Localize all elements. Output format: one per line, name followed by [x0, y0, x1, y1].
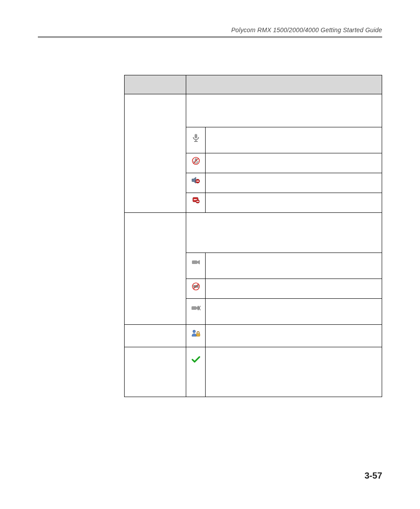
svg-rect-12 — [196, 201, 199, 202]
video-field-cell — [125, 213, 186, 325]
audio-intro-cell — [186, 94, 382, 127]
audio-field-cell — [125, 94, 186, 213]
microphone-icon — [192, 134, 199, 142]
table-header-row — [125, 75, 382, 94]
microphone-muted-icon — [192, 157, 200, 165]
page-number: 3-57 — [365, 471, 382, 481]
speaker-blocked-icon — [192, 177, 200, 184]
header-description — [186, 75, 382, 94]
video-intro-row — [125, 213, 382, 253]
encryption-field-cell — [125, 325, 186, 347]
camera-suspended-desc-cell — [206, 299, 382, 325]
camera-muted-desc-cell — [206, 279, 382, 299]
encryption-row — [125, 325, 382, 347]
camera-desc-cell — [206, 253, 382, 279]
encrypted-desc-cell — [206, 325, 382, 347]
video-intro-cell — [186, 213, 382, 253]
encrypted-icon-cell — [186, 325, 206, 347]
svg-rect-19 — [192, 306, 196, 310]
checkmark-icon — [192, 356, 200, 363]
mic-icon-cell — [186, 127, 206, 153]
audio-blocked-icon — [192, 197, 200, 204]
speaker-blocked-icon-cell — [186, 173, 206, 193]
header-field — [125, 75, 186, 94]
fec-icon-cell — [186, 347, 206, 397]
mic-muted-desc-cell — [206, 153, 382, 173]
svg-rect-24 — [196, 334, 200, 336]
fec-desc-cell — [206, 347, 382, 397]
svg-rect-8 — [196, 181, 199, 182]
speaker-blocked-desc-cell — [206, 173, 382, 193]
svg-point-23 — [193, 330, 195, 333]
svg-marker-14 — [197, 260, 200, 264]
camera-icon-cell — [186, 253, 206, 279]
fec-row — [125, 347, 382, 397]
audio-blocked-desc-cell — [206, 193, 382, 213]
camera-suspended-icon — [191, 305, 201, 311]
mic-desc-cell — [206, 127, 382, 153]
page: Polycom RMX 1500/2000/4000 Getting Start… — [0, 0, 420, 509]
svg-marker-6 — [192, 177, 196, 183]
camera-muted-icon — [192, 282, 200, 290]
participant-encrypted-icon — [192, 329, 200, 337]
camera-suspended-icon-cell — [186, 299, 206, 325]
audio-blocked-icon-cell — [186, 193, 206, 213]
audio-intro-row — [125, 94, 382, 127]
running-header: Polycom RMX 1500/2000/4000 Getting Start… — [38, 26, 382, 33]
camera-muted-icon-cell — [186, 279, 206, 299]
fec-field-cell — [125, 347, 186, 397]
svg-rect-0 — [195, 134, 197, 138]
svg-rect-13 — [192, 260, 197, 264]
header-rule — [38, 36, 382, 38]
mic-muted-icon-cell — [186, 153, 206, 173]
camera-icon — [192, 259, 200, 265]
indicators-table — [124, 75, 382, 397]
